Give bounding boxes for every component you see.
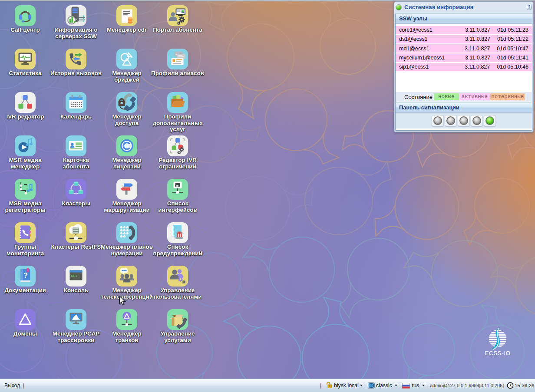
svg-text:CLI_: CLI_	[71, 274, 79, 278]
svg-text:?: ?	[23, 272, 28, 279]
svg-text:ECSS·IO: ECSS·IO	[485, 350, 510, 356]
